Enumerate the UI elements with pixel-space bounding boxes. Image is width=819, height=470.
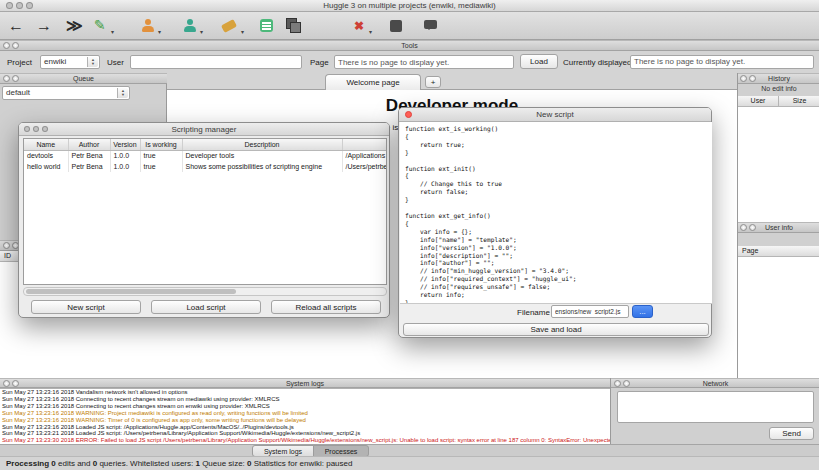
system-logs-header: System logs [0, 378, 610, 388]
talk-page-button[interactable] [424, 20, 437, 31]
save-and-load-button[interactable]: Save and load [403, 323, 709, 336]
queue-select[interactable]: default ▲▼ [2, 86, 130, 100]
history-list[interactable] [738, 107, 819, 222]
rollback-dropdown-icon[interactable]: ▾ [241, 29, 244, 35]
log-entry: Sun May 27 13:23:16 2018 WARNING: Projec… [0, 410, 610, 417]
close-panel-icon[interactable] [614, 380, 621, 387]
close-panel-icon[interactable] [740, 224, 747, 231]
log-entry: Sun May 27 13:23:16 2018 Loaded JS scrip… [0, 424, 610, 431]
huggle-window: Huggle 3 on multiple projects (enwiki, m… [0, 0, 819, 470]
column-header-description[interactable]: Description [182, 139, 342, 150]
network-panel: Network Send [610, 378, 819, 444]
scrollbar-thumb[interactable] [26, 289, 236, 294]
cell-author: Petr Bena [68, 150, 110, 161]
status-text: edits and [56, 459, 93, 468]
tab-welcome-page[interactable]: Welcome page [325, 74, 421, 90]
duplicate-button[interactable] [286, 18, 300, 34]
delete-button[interactable]: ✖ [354, 12, 364, 40]
reload-all-scripts-button[interactable]: Reload all scripts [271, 300, 381, 314]
close-panel-icon[interactable] [3, 242, 10, 249]
new-tab-button[interactable]: + [425, 76, 441, 88]
queue-panel-header: Queue [0, 73, 167, 84]
column-header-path[interactable] [342, 139, 386, 150]
scripting-manager-window[interactable]: Scripting manager Name Author Version Is… [18, 122, 390, 318]
float-panel-icon[interactable] [749, 75, 756, 82]
tools-panel-header: Tools [0, 40, 819, 51]
close-panel-icon[interactable] [3, 380, 10, 387]
send-button[interactable]: Send [769, 427, 814, 440]
network-output[interactable] [617, 391, 814, 423]
script-code-editor[interactable]: function ext_is_working() { return true;… [400, 122, 712, 304]
edit-dropdown-icon[interactable]: ▾ [111, 29, 114, 35]
window-title: Huggle 3 on multiple projects (enwiki, m… [0, 0, 819, 12]
history-size-column[interactable]: Size [779, 96, 819, 107]
rollback-button[interactable] [222, 22, 236, 32]
close-window-icon[interactable] [405, 111, 412, 118]
horizontal-scrollbar[interactable] [23, 287, 387, 296]
close-panel-icon[interactable] [3, 42, 10, 49]
back-button[interactable]: ← [8, 12, 24, 40]
column-header-author[interactable]: Author [68, 139, 110, 150]
status-bar: Processing 0 edits and 0 queries. Whitel… [0, 456, 819, 470]
dock-tab-bar: System logs Processes [0, 444, 819, 456]
delete-dropdown-icon[interactable]: ▾ [369, 29, 372, 35]
stop-button[interactable] [390, 20, 402, 34]
scripts-table[interactable]: Name Author Version Is working Descripti… [23, 138, 387, 285]
zoom-window-icon[interactable] [26, 2, 33, 9]
welcome-dropdown-icon[interactable]: ▾ [200, 29, 203, 35]
close-panel-icon[interactable] [3, 75, 10, 82]
column-header-name[interactable]: Name [24, 139, 68, 150]
close-window-icon[interactable] [6, 2, 13, 9]
project-select[interactable]: enwiki ▲▼ [40, 55, 100, 69]
user-info-panel-header: User info [738, 222, 819, 233]
report-user-button[interactable] [142, 19, 154, 34]
minimize-window-icon[interactable] [33, 126, 39, 132]
load-script-button[interactable]: Load script [151, 300, 261, 314]
user-input[interactable] [130, 55, 302, 69]
stepper-icon: ▲▼ [117, 88, 128, 98]
page-input[interactable] [334, 55, 514, 69]
feed-button[interactable] [260, 19, 273, 34]
float-panel-icon[interactable] [12, 380, 19, 387]
minimize-window-icon[interactable] [16, 2, 23, 9]
scripting-manager-titlebar[interactable]: Scripting manager [19, 123, 389, 136]
welcome-user-button[interactable] [184, 19, 196, 34]
column-header-is-working[interactable]: Is working [140, 139, 182, 150]
new-script-window[interactable]: New script function ext_is_working() { r… [398, 107, 712, 338]
report-dropdown-icon[interactable]: ▾ [158, 29, 161, 35]
system-logs-panel: System logs Sun May 27 13:23:16 2018 Van… [0, 378, 610, 444]
forward-button[interactable]: → [36, 12, 52, 40]
edit-script-button[interactable]: ✎ [94, 18, 106, 32]
cell-version: 1.0.0 [110, 150, 140, 161]
log-view[interactable]: Sun May 27 13:23:16 2018 Vandalism netwo… [0, 388, 610, 444]
zoom-window-icon[interactable] [42, 126, 48, 132]
speech-bubble-icon [424, 20, 437, 29]
close-window-icon[interactable] [24, 126, 30, 132]
new-script-button[interactable]: New script [31, 300, 141, 314]
table-row[interactable]: devtools Petr Bena 1.0.0 true Developer … [24, 150, 386, 161]
skip-button[interactable]: ≫ [66, 12, 83, 40]
new-script-titlebar[interactable]: New script [399, 108, 711, 122]
load-button[interactable]: Load [520, 54, 558, 69]
float-panel-icon[interactable] [623, 380, 630, 387]
currently-displayed-label: Currently displayed [563, 58, 631, 67]
user-info-page-column[interactable]: Page [738, 246, 819, 257]
float-panel-icon[interactable] [12, 75, 19, 82]
network-header: Network [611, 378, 819, 388]
title-bar[interactable]: Huggle 3 on multiple projects (enwiki, m… [0, 0, 819, 12]
float-panel-icon[interactable] [749, 224, 756, 231]
cell-name: hello world [24, 161, 68, 172]
table-row[interactable]: hello world Petr Bena 1.0.0 true Shows s… [24, 161, 386, 172]
status-text: Statistics for enwiki: paused [252, 459, 353, 468]
log-entry: Sun May 27 13:23:16 2018 WARNING: Timer … [0, 417, 610, 424]
project-select-value: enwiki [44, 57, 66, 66]
float-panel-icon[interactable] [12, 42, 19, 49]
browse-file-button[interactable]: ... [632, 305, 653, 318]
history-panel-header: History [738, 73, 819, 84]
filename-input[interactable] [551, 305, 629, 318]
tab-bar: Welcome page + [167, 73, 737, 90]
column-header-version[interactable]: Version [110, 139, 140, 150]
history-user-column[interactable]: User [738, 96, 779, 107]
user-info-list[interactable] [738, 257, 819, 378]
close-panel-icon[interactable] [740, 75, 747, 82]
